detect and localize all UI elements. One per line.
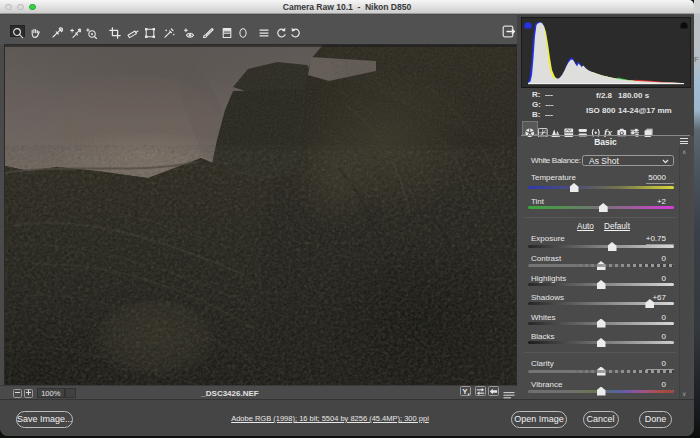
svg-text:fx: fx [604, 127, 612, 137]
svg-text:Y: Y [462, 387, 468, 396]
